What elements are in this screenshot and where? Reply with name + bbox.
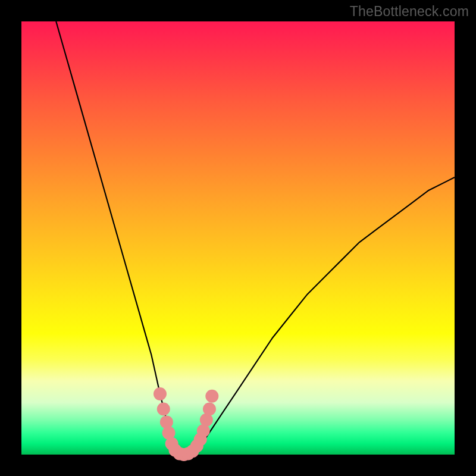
bottleneck-curve bbox=[56, 21, 455, 455]
highlight-dot bbox=[160, 415, 173, 428]
highlight-dot bbox=[154, 387, 167, 400]
highlight-dot bbox=[205, 390, 218, 403]
chart-frame: TheBottleneck.com bbox=[0, 0, 476, 476]
watermark-text: TheBottleneck.com bbox=[350, 4, 469, 20]
plot-area bbox=[21, 21, 455, 455]
highlight-dot bbox=[157, 403, 170, 416]
highlight-dot bbox=[203, 403, 216, 416]
curve-path bbox=[56, 21, 455, 455]
chart-svg bbox=[21, 21, 455, 455]
highlight-markers bbox=[154, 387, 218, 461]
